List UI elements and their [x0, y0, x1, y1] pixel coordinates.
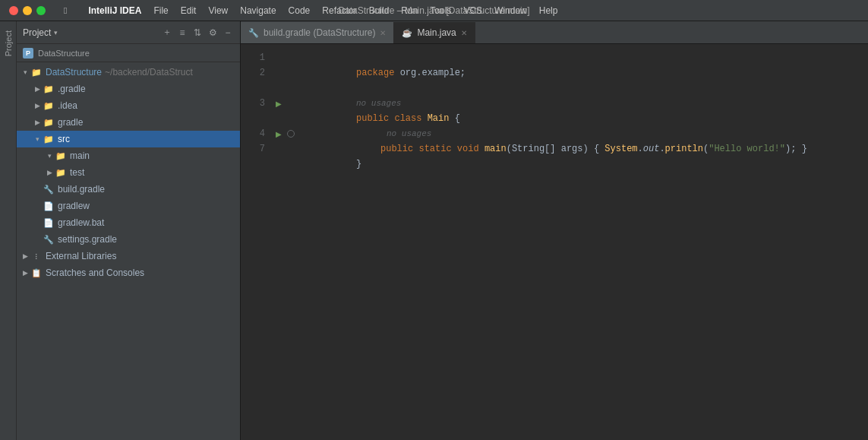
- no-usages-2: no usages: [387, 129, 431, 138]
- project-header: P DataStructure: [17, 44, 240, 62]
- settings-gradle-icon: 🔧: [43, 233, 55, 245]
- gradle-file-icon: 🔧: [43, 183, 55, 195]
- folder-icon: 📁: [43, 116, 55, 128]
- bp-hint1: [286, 81, 295, 96]
- tree-arrow-ext-libs[interactable]: ▶: [20, 252, 30, 260]
- run-main-arrow[interactable]: ▶: [276, 130, 282, 138]
- scratches-icon: 📋: [30, 267, 43, 279]
- kw-package: package: [356, 68, 400, 78]
- tree-arrow-dotgradle[interactable]: ▶: [32, 85, 43, 93]
- project-dropdown-arrow[interactable]: ▾: [54, 29, 58, 36]
- main-layout: Project Project ▾ ＋ ≡ ⇅ ⚙ − P DataStruct…: [0, 21, 868, 440]
- dot1: .: [638, 144, 643, 154]
- code-editor[interactable]: package org.example; no usages public cl…: [295, 44, 868, 440]
- tab-java-icon: ☕: [402, 28, 412, 38]
- menu-intellij[interactable]: IntelliJ IDEA: [82, 0, 147, 21]
- gutter-hint1: [271, 81, 286, 96]
- project-title[interactable]: Project ▾: [23, 27, 158, 38]
- bracket: []: [544, 144, 561, 154]
- tree-arrow-gradle[interactable]: ▶: [32, 119, 43, 126]
- breakpoint-circle[interactable]: [287, 130, 295, 138]
- apple-menu[interactable]: : [58, 0, 73, 21]
- tree-item-settings-gradle[interactable]: 🔧 settings.gradle: [17, 231, 240, 248]
- tree-label-gradle: gradle: [58, 117, 83, 128]
- kw-static: static: [418, 144, 456, 154]
- tree-arrow-test[interactable]: ▶: [44, 169, 55, 176]
- line-num-hint1: [241, 81, 265, 96]
- tab-gradle-icon: 🔧: [248, 28, 259, 38]
- tree-arrow-idea[interactable]: ▶: [32, 102, 43, 109]
- tree-item-dotgradle[interactable]: ▶ 📁 .gradle: [17, 81, 240, 97]
- tree-arrow-scratches[interactable]: ▶: [20, 269, 30, 277]
- menu-help[interactable]: Help: [533, 0, 564, 21]
- bp-1: [286, 50, 295, 65]
- str-hello: "Hello world!": [709, 144, 785, 154]
- param-args: args: [561, 144, 583, 154]
- menu-view[interactable]: View: [202, 0, 234, 21]
- minus-icon[interactable]: −: [222, 27, 234, 39]
- editor-tabs: 🔧 build.gradle (DataStructure) ✕ ☕ Main.…: [241, 21, 868, 44]
- menu-edit[interactable]: Edit: [175, 0, 203, 21]
- bp-3: [286, 96, 295, 111]
- tree-label-src: src: [58, 134, 70, 144]
- tree-arrow-src[interactable]: ▾: [32, 135, 43, 143]
- list-icon[interactable]: ≡: [176, 27, 188, 39]
- gutter-4[interactable]: ▶: [271, 126, 286, 141]
- run-class-arrow[interactable]: ▶: [276, 100, 282, 108]
- file-tree: ▾ 📁 DataStructure ~/backend/DataStruct ▶…: [17, 62, 240, 440]
- add-icon[interactable]: ＋: [161, 27, 173, 39]
- minimize-button[interactable]: [23, 6, 32, 15]
- tree-item-gradlew[interactable]: 📄 gradlew: [17, 198, 240, 214]
- line-num-7: 7: [241, 141, 265, 157]
- title-bar:  IntelliJ IDEA File Edit View Navigate …: [0, 0, 868, 21]
- tree-item-root[interactable]: ▾ 📁 DataStructure ~/backend/DataStruct: [17, 64, 240, 81]
- brace-open: {: [455, 113, 460, 124]
- menu-code[interactable]: Code: [282, 0, 317, 21]
- tab-main-java-close[interactable]: ✕: [461, 29, 467, 37]
- tree-label-settings-gradle: settings.gradle: [58, 234, 117, 245]
- tree-item-test[interactable]: ▶ 📁 test: [17, 164, 240, 181]
- tree-item-scratches[interactable]: ▶ 📋 Scratches and Consoles: [17, 264, 240, 281]
- tree-label-ext-libs: External Libraries: [46, 251, 116, 261]
- line-num-3: 3: [241, 96, 265, 111]
- tree-item-gradlew-bat[interactable]: 📄 gradlew.bat: [17, 214, 240, 231]
- project-name: DataStructure: [38, 49, 90, 58]
- gutter-3[interactable]: ▶: [271, 96, 286, 111]
- class-main: Main: [428, 113, 455, 124]
- tree-item-src[interactable]: ▾ 📁 src: [17, 131, 240, 147]
- tree-item-main[interactable]: ▾ 📁 main: [17, 147, 240, 164]
- dot2: .: [659, 144, 664, 154]
- menu-file[interactable]: File: [147, 0, 174, 21]
- menu-navigate[interactable]: Navigate: [234, 0, 282, 21]
- project-tab-label[interactable]: Project: [2, 27, 14, 59]
- type-string: String: [512, 144, 544, 154]
- tree-item-idea[interactable]: ▶ 📁 .idea: [17, 97, 240, 114]
- tab-build-gradle-close[interactable]: ✕: [380, 29, 386, 37]
- line-num-hint2: [241, 111, 265, 126]
- tree-arrow-main[interactable]: ▾: [44, 152, 55, 160]
- editor-content: 1 2 3 4 7 ▶ ▶: [241, 44, 868, 440]
- sort-icon[interactable]: ⇅: [191, 27, 204, 39]
- bp-4[interactable]: [286, 126, 295, 141]
- tree-label-test: test: [70, 167, 84, 178]
- tree-label-root: DataStructure: [46, 67, 102, 78]
- folder-icon: 📁: [43, 83, 55, 95]
- paren-open: (: [507, 144, 512, 154]
- breakpoint-gutter: [286, 44, 295, 440]
- tree-item-build-gradle[interactable]: 🔧 build.gradle: [17, 181, 240, 198]
- tab-main-java[interactable]: ☕ Main.java ✕: [394, 22, 475, 43]
- editor-area: 🔧 build.gradle (DataStructure) ✕ ☕ Main.…: [241, 21, 868, 440]
- tree-item-ext-libs[interactable]: ▶ ⫶ External Libraries: [17, 248, 240, 264]
- tree-arrow-root[interactable]: ▾: [20, 68, 30, 76]
- tab-build-gradle[interactable]: 🔧 build.gradle (DataStructure) ✕: [241, 22, 394, 43]
- tree-label-main: main: [70, 150, 90, 161]
- tree-label-gradlew-bat: gradlew.bat: [58, 217, 104, 228]
- paren-close: ) {: [583, 144, 605, 154]
- settings-icon[interactable]: ⚙: [207, 27, 219, 39]
- close-button[interactable]: [9, 6, 18, 15]
- bp-7: [286, 141, 295, 157]
- maximize-button[interactable]: [36, 6, 46, 15]
- tree-item-gradle[interactable]: ▶ 📁 gradle: [17, 114, 240, 131]
- libs-icon: ⫶: [30, 250, 43, 262]
- paren3: ); }: [785, 144, 807, 154]
